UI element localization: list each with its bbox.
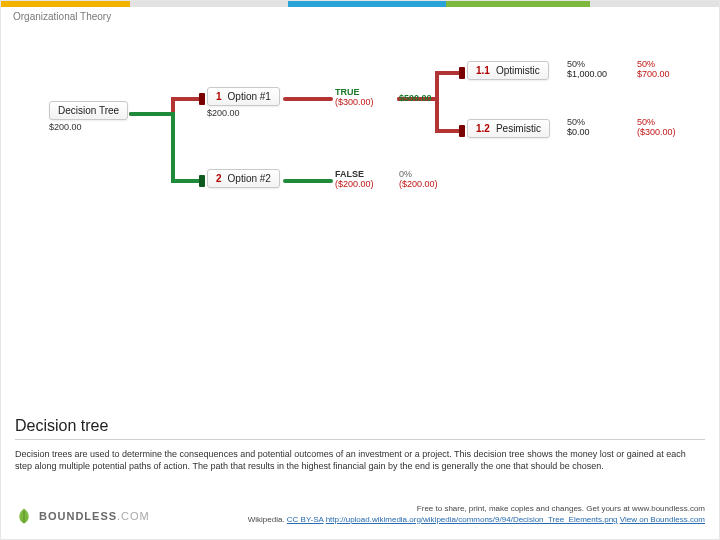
svg-rect-2 <box>459 67 465 79</box>
svg-rect-0 <box>199 93 205 105</box>
view-on-boundless-link[interactable]: View on Boundless.com <box>620 515 705 524</box>
brand-stripe <box>1 1 719 7</box>
node-root-sub: $200.00 <box>49 122 128 132</box>
leaf-optimistic-col2: 50% $700.00 <box>637 59 670 79</box>
footer-title: Decision tree <box>15 417 705 440</box>
flag-false: FALSE <box>335 169 374 179</box>
node-leaf-pessimistic: 1.2Pesimistic <box>467 119 550 138</box>
option-2-result-val: ($200.00) <box>399 179 438 189</box>
node-root: Decision Tree $200.00 <box>49 101 128 132</box>
breadcrumb: Organizational Theory <box>13 11 111 22</box>
node-option-1-num: 1 <box>216 91 222 102</box>
flag-false-value: ($200.00) <box>335 179 374 189</box>
node-option-1-label: 1Option #1 <box>207 87 280 106</box>
decision-tree-diagram: Decision Tree $200.00 1Option #1 $200.00… <box>1 41 720 241</box>
license-link[interactable]: CC BY-SA <box>287 515 324 524</box>
node-option-1: 1Option #1 $200.00 <box>207 87 280 118</box>
node-option-2-flag: FALSE ($200.00) <box>335 169 374 189</box>
footer-desc: Decision trees are used to determine the… <box>15 448 705 472</box>
node-option-1-sub: $200.00 <box>207 108 280 118</box>
flag-true-value: ($300.00) <box>335 97 374 107</box>
tree-connectors <box>1 41 720 241</box>
option-2-result-pct: 0% <box>399 169 438 179</box>
leaf-pessimistic-col2: 50% ($300.00) <box>637 117 676 137</box>
node-root-label: Decision Tree <box>49 101 128 120</box>
source-url-link[interactable]: http://upload.wikimedia.org/wikipedia/co… <box>326 515 618 524</box>
leaf-optimistic-col1: 50% $1,000.00 <box>567 59 607 79</box>
footer: Decision tree Decision trees are used to… <box>1 405 719 539</box>
node-option-2: 2Option #2 <box>207 169 280 188</box>
leaf-pessimistic-label: 1.2Pesimistic <box>467 119 550 138</box>
flag-true: TRUE <box>335 87 374 97</box>
brand-logo: BOUNDLESS.COM <box>15 507 150 525</box>
leaf-pessimistic-col1: 50% $0.00 <box>567 117 590 137</box>
slide: Organizational Theory Decision Tree $200… <box>0 0 720 540</box>
svg-rect-1 <box>199 175 205 187</box>
leaf-icon <box>15 507 33 525</box>
brand-wordmark: BOUNDLESS.COM <box>39 510 150 522</box>
node-option-2-result: 0% ($200.00) <box>399 169 438 189</box>
option-1-result: $500.00 <box>399 93 432 103</box>
leaf-optimistic-label: 1.1Optimistic <box>467 61 549 80</box>
svg-rect-3 <box>459 125 465 137</box>
node-option-1-result: $500.00 <box>399 93 432 103</box>
node-option-2-num: 2 <box>216 173 222 184</box>
node-leaf-optimistic: 1.1Optimistic <box>467 61 549 80</box>
node-option-2-label: 2Option #2 <box>207 169 280 188</box>
node-option-1-flag: TRUE ($300.00) <box>335 87 374 107</box>
